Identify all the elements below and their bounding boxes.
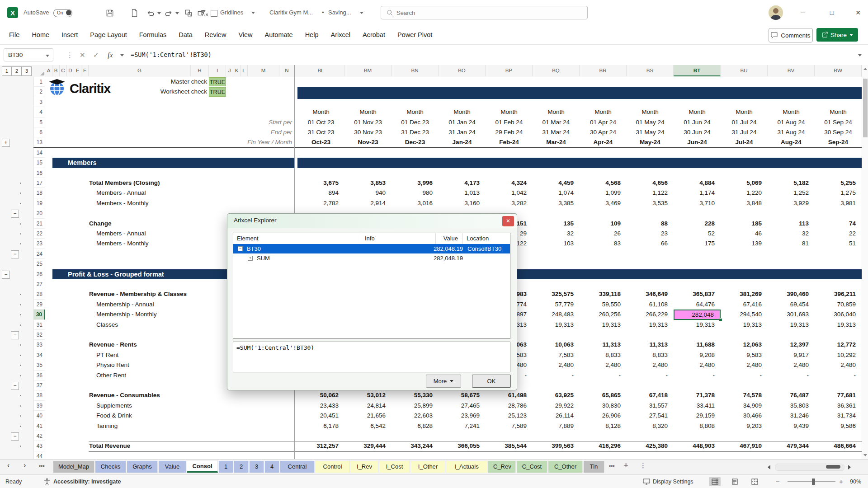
grid-cell[interactable]: 7,589 <box>486 421 533 431</box>
grid-cell[interactable]: 19,313 <box>580 320 627 330</box>
grid-cell[interactable]: 29,159 <box>674 411 721 421</box>
row-header-17[interactable]: 17 <box>33 178 45 188</box>
row-header-1[interactable]: 1 <box>33 77 45 87</box>
section-band-right[interactable] <box>297 158 862 168</box>
formula-bar-handle[interactable]: ⋮ <box>66 48 73 61</box>
check-value-cell[interactable]: TRUE <box>209 87 226 96</box>
row-header-34[interactable]: 34 <box>33 350 45 360</box>
grid-cell[interactable]: 50,062 <box>297 390 344 400</box>
grid-cell[interactable]: 70,859 <box>815 300 862 310</box>
page-layout-view-button[interactable] <box>729 477 741 486</box>
grid-cell[interactable]: 2,480 <box>580 360 627 370</box>
grid-cell[interactable]: 365,837 <box>674 289 721 299</box>
grid-cell[interactable]: 2,782 <box>297 198 344 208</box>
row-header-41[interactable]: 41 <box>33 421 45 431</box>
grid-cell[interactable]: 3,535 <box>627 198 674 208</box>
grid-cell[interactable]: 31,557 <box>627 401 674 411</box>
new-file-icon[interactable] <box>130 9 138 17</box>
column-header-n[interactable]: N <box>279 65 295 76</box>
sheet-tab-3[interactable]: 3 <box>250 461 264 473</box>
sheet-tab-c-rev[interactable]: C_Rev <box>488 461 516 473</box>
grid-cell[interactable]: 12,772 <box>815 340 862 350</box>
grid-cell[interactable]: 01 Apr 24 <box>580 117 627 127</box>
grid-cell[interactable]: 228 <box>674 219 721 229</box>
row-header-29[interactable]: 29 <box>33 300 45 310</box>
grid-cell[interactable]: 8,808 <box>674 421 721 431</box>
grid-cell[interactable]: 27,541 <box>627 411 674 421</box>
save-icon[interactable] <box>106 9 114 17</box>
grid-cell[interactable]: 248,483 <box>533 310 580 319</box>
check-value-cell[interactable]: TRUE <box>209 77 226 86</box>
sheet-tab-control[interactable]: Control <box>316 461 350 473</box>
grid-cell[interactable]: 1,174 <box>674 188 721 198</box>
comments-button[interactable]: Comments <box>769 28 813 42</box>
month-header-cell[interactable]: Month <box>674 107 721 117</box>
close-button[interactable]: ✕ <box>849 0 867 25</box>
ok-button[interactable]: OK <box>472 375 511 388</box>
grid-cell[interactable]: 346,649 <box>627 289 674 299</box>
column-header-bu[interactable]: BU <box>721 65 768 76</box>
row-header-2[interactable]: 2 <box>33 87 45 97</box>
zoom-slider[interactable] <box>788 481 835 482</box>
grid-cell[interactable]: Sep-24 <box>815 137 862 147</box>
grid-cell[interactable]: Jul-24 <box>721 137 768 147</box>
grid-cell[interactable]: 63,925 <box>533 390 580 400</box>
sheet-tab-central[interactable]: Central <box>280 461 315 473</box>
column-header-l[interactable]: L <box>241 65 248 76</box>
column-header-i[interactable]: I <box>209 65 226 76</box>
grid-cell[interactable]: 3,385 <box>533 198 580 208</box>
row-header-22[interactable]: 22 <box>33 229 45 239</box>
month-header-cell[interactable]: Month <box>439 107 486 117</box>
row-label[interactable]: Total Members (Closing) <box>89 178 288 188</box>
row-header-26[interactable]: 26 <box>33 269 45 279</box>
formula-input[interactable]: =SUM('1:Central'!BT30) <box>131 48 212 61</box>
sheet-tab-i-rev[interactable]: I_Rev <box>351 461 378 473</box>
row-header-40[interactable]: 40 <box>33 411 45 421</box>
grid-cell[interactable]: 3,160 <box>439 198 486 208</box>
menu-item-help[interactable]: Help <box>305 31 319 38</box>
grid-cell[interactable]: 57,779 <box>533 300 580 310</box>
grid-cell[interactable]: 4,568 <box>580 178 627 188</box>
column-header-bp[interactable]: BP <box>486 65 533 76</box>
grid-cell[interactable]: 3,282 <box>486 198 533 208</box>
grid-cell[interactable]: 3,016 <box>392 198 439 208</box>
grid-cell[interactable]: 29 Feb 24 <box>486 127 533 137</box>
grid-cell[interactable]: 1,275 <box>815 188 862 198</box>
grid-cell[interactable]: 01 Nov 23 <box>344 117 392 127</box>
grid-cell[interactable]: 294,540 <box>721 310 768 319</box>
title-bar[interactable]: X AutoSave On Gridlines Claritix Gym M..… <box>0 0 868 25</box>
grid-cell[interactable]: 01 May 24 <box>627 117 674 127</box>
grid-cell[interactable]: 12,063 <box>721 340 768 350</box>
column-header-m[interactable]: M <box>248 65 279 76</box>
scroll-down-icon[interactable] <box>863 454 867 456</box>
gridlines-checkbox[interactable] <box>211 10 217 17</box>
vertical-scrollbar[interactable] <box>862 65 868 459</box>
grid-cell[interactable]: 139 <box>721 239 768 249</box>
row-label[interactable]: Supplements <box>96 401 295 411</box>
grid-cell[interactable]: 103 <box>533 239 580 249</box>
tree-col-value[interactable]: Value <box>436 233 463 244</box>
next-sheet-icon[interactable]: › <box>24 461 26 469</box>
sheet-options-icon[interactable]: ⋮ <box>640 461 646 469</box>
grid-cell[interactable]: 32 <box>768 229 815 239</box>
grid-cell[interactable]: 52 <box>674 229 721 239</box>
avatar[interactable] <box>769 5 783 20</box>
grid-cell[interactable]: 6,542 <box>344 421 392 431</box>
grid-cell[interactable]: 894 <box>297 188 344 198</box>
grid-cell[interactable]: 74,578 <box>721 390 768 400</box>
dialog-formula-box[interactable]: =SUM('1:Central'!BT30) <box>233 342 510 372</box>
row-header-14[interactable]: 14 <box>33 148 45 158</box>
grid-cell[interactable]: 58,675 <box>439 390 486 400</box>
grid-cell[interactable]: 9,583 <box>721 350 768 360</box>
outline-expand-button[interactable]: + <box>2 139 10 147</box>
horizontal-scroll-thumb[interactable] <box>826 465 840 469</box>
month-header-cell[interactable]: Month <box>768 107 815 117</box>
grid-cell[interactable]: 31 Mar 24 <box>533 127 580 137</box>
grid-cell[interactable]: 19,313 <box>768 320 815 330</box>
outline-collapse-button[interactable]: − <box>11 331 19 339</box>
grid-cell[interactable]: 2,480 <box>533 360 580 370</box>
sheet-tab-i-other[interactable]: I_Other <box>411 461 445 473</box>
column-header-bt[interactable]: BT <box>674 65 721 76</box>
grid-cell[interactable]: 260,256 <box>580 310 627 319</box>
grid-cell[interactable]: 7,889 <box>533 421 580 431</box>
